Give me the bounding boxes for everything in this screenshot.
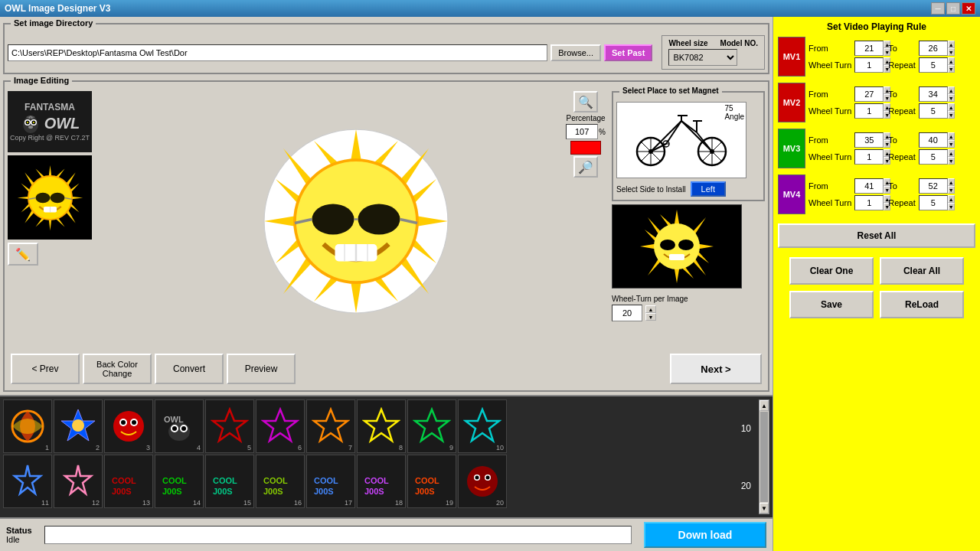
- mv1-to-label: To: [888, 44, 915, 53]
- reload-button[interactable]: ReLoad: [880, 291, 964, 318]
- svg-point-108: [132, 420, 136, 425]
- mv2-wheel-input[interactable]: [854, 103, 884, 119]
- zoom-controls: 🔍 Percentage % 🔎: [566, 91, 606, 178]
- status-label: Status: [6, 526, 32, 535]
- wheel-turn-input[interactable]: [612, 305, 642, 321]
- svg-text:COOL: COOL: [314, 476, 338, 485]
- download-button[interactable]: Down load: [644, 522, 766, 548]
- gallery-item-12[interactable]: 12: [54, 455, 103, 508]
- minimize-button[interactable]: ─: [931, 2, 945, 15]
- wheel-turn-up[interactable]: ▲: [645, 305, 656, 313]
- image-editing-section: Image Editing FANTASMA: [3, 80, 769, 392]
- gallery-item-9[interactable]: 9: [407, 399, 456, 453]
- zoom-in-button[interactable]: 🔍: [573, 91, 598, 112]
- gallery-item-11[interactable]: 11: [3, 455, 52, 508]
- mv2-to-input[interactable]: [919, 86, 948, 102]
- gallery-item-8[interactable]: 8: [357, 399, 406, 453]
- left-side-button[interactable]: Left: [691, 181, 726, 197]
- mv1-badge: MV1: [778, 37, 805, 77]
- wheel-turn-down[interactable]: ▼: [645, 313, 656, 321]
- maximize-button[interactable]: □: [946, 2, 960, 15]
- gallery-item-16[interactable]: COOLJ00S 16: [256, 455, 305, 508]
- convert-button[interactable]: Convert: [155, 354, 224, 384]
- gallery-item-18[interactable]: COOLJ00S 18: [357, 455, 406, 508]
- row1-number: 10: [738, 423, 754, 434]
- side-install-label: Select Side to Install: [616, 185, 686, 194]
- clear-one-button[interactable]: Clear One: [789, 257, 874, 285]
- gallery-item-14[interactable]: COOLJ00S 14: [155, 455, 204, 508]
- mv1-to-input[interactable]: [919, 41, 948, 56]
- mv2-repeat-label: Repeat: [888, 106, 915, 116]
- mv2-from-input[interactable]: [854, 86, 884, 102]
- right-bottom-buttons: Clear One Clear All Save ReLoad: [778, 257, 975, 318]
- brand-copyright: Copy Right @ REV C7.2T: [10, 134, 90, 142]
- brand-fantasma: FANTASMA: [24, 102, 75, 112]
- pencil-button[interactable]: ✏️: [8, 243, 38, 266]
- back-color-button[interactable]: Back Color Change: [83, 354, 152, 384]
- gallery-item-17[interactable]: COOLJ00S 17: [306, 455, 355, 508]
- browse-button[interactable]: Browse...: [550, 44, 601, 61]
- gallery-item-4[interactable]: OWL 4: [155, 399, 204, 453]
- mv3-repeat-label: Repeat: [888, 152, 915, 161]
- mv1-from-input[interactable]: [854, 41, 884, 56]
- mv4-to-input[interactable]: [919, 178, 948, 194]
- video-rule-title: Set Video Playing Rule: [778, 21, 975, 32]
- mv1-fields: From ▲▼ To ▲▼ Wheel Turn ▲▼ Repeat: [808, 41, 949, 73]
- svg-point-0: [23, 116, 38, 133]
- svg-point-113: [172, 426, 177, 431]
- gallery-item-3[interactable]: 3: [104, 399, 153, 453]
- gallery-item-15[interactable]: COOLJ00S 15: [205, 455, 254, 508]
- percentage-input[interactable]: [566, 124, 598, 139]
- svg-text:COOL: COOL: [364, 476, 389, 485]
- mv4-from-input[interactable]: [854, 178, 884, 194]
- gallery-item-2[interactable]: 2: [54, 399, 103, 453]
- svg-point-9: [28, 126, 33, 129]
- model-no-label: Model NO.: [720, 39, 758, 47]
- mv4-wheel-input[interactable]: [854, 195, 884, 210]
- model-select[interactable]: BK7082 BK7083: [668, 49, 737, 66]
- gallery-item-1[interactable]: 1: [3, 399, 52, 453]
- sun-small-display: [612, 204, 742, 289]
- preview-button[interactable]: Preview: [227, 354, 296, 384]
- main-sun-image: [260, 126, 452, 317]
- clear-all-button[interactable]: Clear All: [880, 257, 964, 285]
- close-button[interactable]: ✕: [962, 2, 975, 15]
- gallery-item-19[interactable]: COOLJ00S 19: [407, 455, 456, 508]
- mv1-wheel-input[interactable]: [854, 57, 884, 73]
- directory-input[interactable]: [8, 44, 547, 61]
- svg-marker-118: [364, 409, 398, 441]
- svg-text:J00S: J00S: [213, 487, 233, 496]
- reset-all-button[interactable]: Reset All: [778, 223, 975, 248]
- mv4-repeat-input[interactable]: [919, 195, 948, 210]
- app-title: OWL Image Designer V3: [5, 3, 111, 14]
- scroll-down[interactable]: ▼: [760, 503, 769, 514]
- scroll-up[interactable]: ▲: [760, 400, 769, 411]
- mv2-badge: MV2: [778, 83, 805, 122]
- gallery-item-10[interactable]: 10: [458, 399, 507, 453]
- next-button[interactable]: Next >: [670, 354, 762, 384]
- mv1-repeat-input[interactable]: [919, 57, 948, 73]
- gallery-item-6[interactable]: 6: [256, 399, 305, 453]
- mv3-wheel-input[interactable]: [854, 149, 884, 165]
- svg-point-107: [121, 420, 126, 425]
- percent-sign: %: [599, 128, 606, 136]
- gallery-item-7[interactable]: 7: [306, 399, 355, 453]
- mv2-repeat-input[interactable]: [919, 103, 948, 119]
- sun-small-svg: [639, 208, 715, 285]
- prev-button[interactable]: < Prev: [11, 354, 80, 384]
- setpast-button[interactable]: Set Past: [604, 44, 652, 61]
- save-reload-row: Save ReLoad: [778, 291, 975, 318]
- mv4-to-label: To: [888, 181, 915, 191]
- mv3-from-input[interactable]: [854, 132, 884, 148]
- save-button[interactable]: Save: [789, 291, 874, 318]
- mv3-repeat-input[interactable]: [919, 149, 948, 165]
- brand-owl: OWL: [44, 115, 80, 132]
- scroll-thumb[interactable]: [760, 412, 768, 502]
- zoom-out-button[interactable]: 🔎: [573, 156, 598, 178]
- gallery-item-13[interactable]: COOLJ00S 13: [104, 455, 153, 508]
- gallery-item-20[interactable]: 20: [458, 455, 507, 508]
- gallery-item-5[interactable]: 5: [205, 399, 254, 453]
- wheel-turn-spinner[interactable]: ▲ ▼: [645, 305, 656, 321]
- gallery-scrollbar[interactable]: ▲ ▼: [759, 399, 769, 514]
- mv3-to-input[interactable]: [919, 132, 948, 148]
